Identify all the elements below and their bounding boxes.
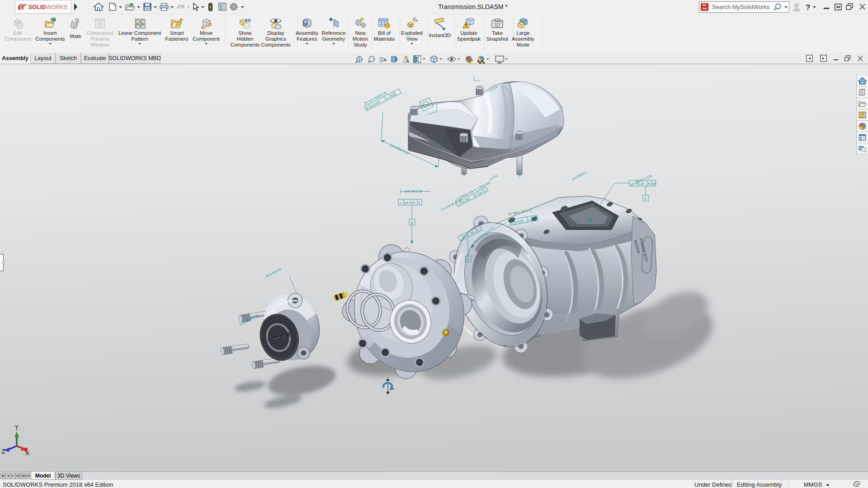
svg-text:BⒹ: BⒹ: [652, 182, 657, 185]
svg-text:110.2666±0.50: 110.2666±0.50: [389, 143, 410, 155]
svg-text:?: ?: [806, 3, 810, 12]
svg-text:SOLID: SOLID: [28, 4, 46, 10]
svg-text:A: A: [406, 59, 409, 64]
svg-text:⌀ 5.000±0.1: ⌀ 5.000±0.1: [571, 170, 587, 181]
svg-text:A: A: [386, 96, 389, 100]
svg-text:A: A: [419, 201, 421, 204]
svg-text:C: C: [645, 197, 647, 200]
svg-text:C: C: [484, 189, 487, 192]
svg-text:3X ⌀ 8±0.25: 3X ⌀ 8±0.25: [265, 267, 282, 278]
svg-text:A: A: [467, 258, 469, 261]
svg-text:◡: ◡: [631, 182, 634, 185]
svg-text:B: B: [411, 221, 413, 224]
svg-text:B: B: [479, 191, 482, 194]
svg-text:A: A: [475, 193, 477, 197]
svg-text:⊥: ⊥: [400, 201, 402, 204]
svg-text:0.20: 0.20: [638, 182, 644, 185]
svg-text:⌀0.10Ⓐ: ⌀0.10Ⓐ: [405, 201, 415, 204]
svg-text:⌀ 4.52: ⌀ 4.52: [489, 174, 498, 181]
svg-text:WORKS: WORKS: [46, 4, 67, 10]
svg-text:A: A: [648, 182, 650, 185]
svg-text:⊕: ⊕: [366, 106, 369, 110]
